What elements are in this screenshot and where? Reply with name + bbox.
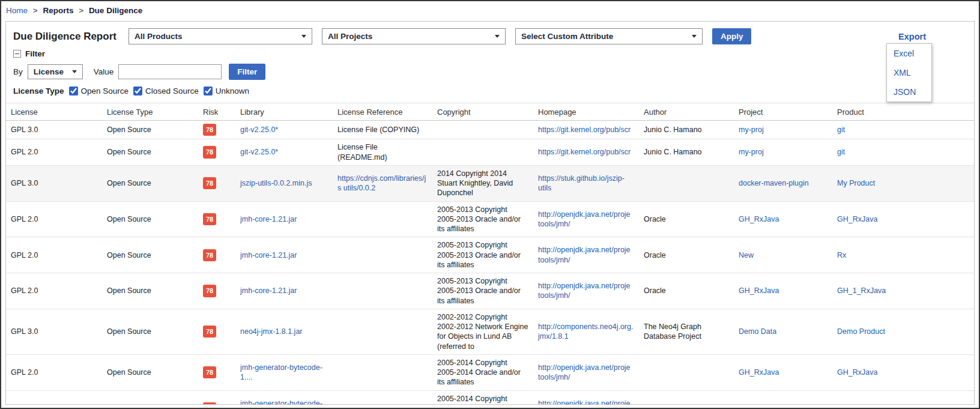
projects-dropdown[interactable]: All Projects [322,28,506,44]
custom-attribute-dropdown-value: Select Custom Attribute [521,32,613,41]
library-link[interactable]: git-v2.25.0* [240,148,278,156]
page: Home > Reports > Due Diligence Due Dilig… [0,0,980,409]
license-type-filter-row: License Type Open SourceClosed SourceUnk… [13,86,967,95]
export-menu-item-json[interactable]: JSON [887,82,931,101]
homepage-link[interactable]: https://git.kernel.org/pub/scr [538,148,631,156]
product-link[interactable]: git [837,126,845,134]
product-link[interactable]: GH_1_RxJava [837,286,886,295]
table-row: GPL 3.0 Open Source 78 jszip-utils-0.0.2… [6,165,974,201]
homepage-cell: http://openjdk.java.net/proje tools/jmh/ [533,273,639,309]
license-type-option[interactable]: Open Source [69,86,129,95]
library-link[interactable]: neo4j-jmx-1.8.1.jar [240,327,303,336]
table-row: GPL 2.0 Open Source 78 git-v2.25.0* Lice… [6,139,974,166]
license-type-checkbox[interactable] [69,86,78,95]
filter-by-dropdown[interactable]: License [28,64,83,79]
license-type-label: License Type [13,86,64,95]
product-cell: My Product [832,165,974,201]
library-cell: neo4j-jmx-1.8.1.jar [235,309,333,354]
library-link[interactable]: jmh-core-1.21.jar [240,251,297,259]
library-link[interactable]: jmh-core-1.21.jar [240,215,297,223]
column-header-project: Project [734,103,832,121]
product-cell: GH_RxJava [832,201,974,237]
risk-cell: 78 [198,121,235,139]
homepage-link[interactable]: https://git.kernel.org/pub/scr [538,126,631,134]
project-cell: GH_RxJava [734,201,832,237]
library-cell: git-v2.25.0* [235,139,333,166]
project-link[interactable]: Demo Data [739,327,776,336]
license-cell: GPL 2.0 [6,273,102,309]
product-link[interactable]: Rx [837,404,846,405]
homepage-link[interactable]: https://stuk.github.io/jszip-utils [538,174,625,192]
author-cell [639,390,734,405]
projects-dropdown-value: All Projects [328,32,372,41]
license-type-options: Open SourceClosed SourceUnknown [69,86,249,95]
products-dropdown[interactable]: All Products [129,28,312,44]
library-link[interactable]: jmh-generator-bytecode-1.... [240,363,322,381]
breadcrumb-reports[interactable]: Reports [43,6,73,15]
filter-section: Filter By License Value Filter License T… [6,49,974,95]
license-cell: GPL 3.0 [6,165,102,201]
homepage-link[interactable]: http://openjdk.java.net/proje tools/jmh/ [538,363,631,381]
library-link[interactable]: jmh-generator-bytecode-1.... [240,399,322,405]
homepage-link[interactable]: http://components.neo4j.org. jmx/1.8.1 [538,323,633,341]
collapse-icon[interactable] [13,50,21,58]
author-cell: Oracle [639,273,734,309]
author-cell: Junio C. Hamano [639,139,734,166]
project-link[interactable]: New [739,404,754,405]
library-link[interactable]: jszip-utils-0.0.2.min.js [240,179,312,187]
project-link[interactable]: my-proj [739,126,764,134]
risk-badge: 78 [203,402,216,405]
product-link[interactable]: Demo Product [837,327,885,336]
product-link[interactable]: GH_RxJava [837,368,877,377]
homepage-link[interactable]: http://openjdk.java.net/proje tools/jmh/ [538,210,631,228]
chevron-down-icon [692,35,697,38]
author-cell: Junio C. Hamano [639,121,734,139]
project-cell: New [734,390,832,405]
apply-button[interactable]: Apply [712,28,752,44]
homepage-link[interactable]: http://openjdk.java.net/proje tools/jmh/ [538,246,631,264]
project-link[interactable]: docker-maven-plugin [739,179,809,187]
export-button[interactable]: Export [898,32,926,41]
license-type-checkbox[interactable] [133,86,142,95]
license-type-option[interactable]: Unknown [204,86,249,95]
library-link[interactable]: jmh-core-1.21.jar [240,286,297,295]
project-link[interactable]: GH_RxJava [739,286,779,295]
product-link[interactable]: My Product [837,179,875,187]
homepage-link[interactable]: http://openjdk.java.net/proje tools/jmh/ [538,399,631,405]
library-cell: jszip-utils-0.0.2.min.js [235,165,333,201]
project-link[interactable]: my-proj [739,148,764,156]
author-cell [639,354,734,390]
table-row: GPL 2.0 Open Source 78 jmh-core-1.21.jar… [6,201,974,237]
filter-value-input[interactable] [118,64,222,79]
library-link[interactable]: git-v2.25.0* [240,126,278,134]
custom-attribute-dropdown[interactable]: Select Custom Attribute [515,28,703,44]
product-link[interactable]: git [837,148,845,156]
filter-button[interactable]: Filter [229,64,265,80]
column-header-homepage: Homepage [533,103,639,121]
license-reference-cell: License File (COPYING) [333,121,432,139]
product-cell: Demo Product [832,309,974,354]
breadcrumb-home-link[interactable]: Home [6,6,28,15]
license-reference-cell: https://cdnjs.com/libraries/js utils/0.0… [333,165,432,201]
export-menu-item-xml[interactable]: XML [887,63,931,82]
license-type-cell: Open Source [102,273,198,309]
license-type-option-label: Closed Source [145,86,199,95]
license-type-cell: Open Source [102,201,198,237]
report-panel: Due Diligence Report All Products All Pr… [5,21,975,405]
license-type-option-label: Open Source [81,86,129,95]
risk-badge: 78 [203,366,216,378]
project-link[interactable]: GH_RxJava [739,368,779,377]
homepage-cell: http://openjdk.java.net/proje tools/jmh/ [533,354,639,390]
product-link[interactable]: GH_RxJava [837,215,877,223]
license-type-checkbox[interactable] [204,86,213,95]
license-type-option[interactable]: Closed Source [133,86,199,95]
project-link[interactable]: GH_RxJava [739,215,779,223]
homepage-link[interactable]: http://openjdk.java.net/proje tools/jmh/ [538,282,631,300]
license-reference-cell: License File (README.md) [333,139,432,166]
license-cell: GPL 2.0 [6,201,102,237]
risk-cell: 78 [198,354,235,390]
product-link[interactable]: Rx [837,251,846,259]
export-menu-item-excel[interactable]: Excel [887,44,931,63]
table-row: GPL 3.0 Open Source 78 neo4j-jmx-1.8.1.j… [6,309,974,354]
project-link[interactable]: New [739,251,754,259]
